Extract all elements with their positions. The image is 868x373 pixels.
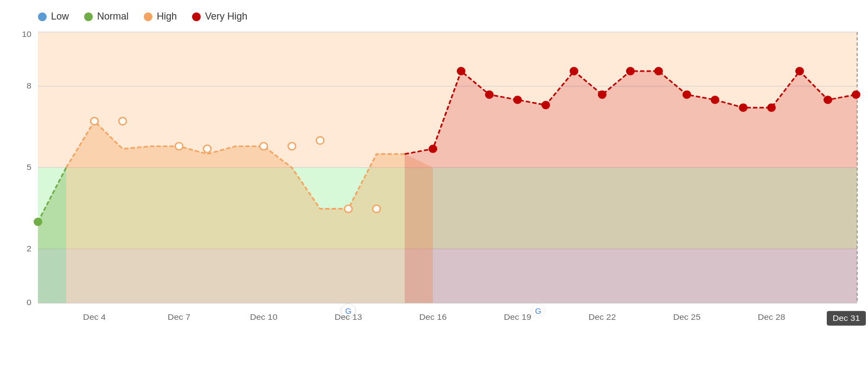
legend-dot-normal — [84, 12, 93, 21]
point-r11 — [711, 96, 719, 103]
x-label-dec13: Dec 13 — [335, 312, 362, 321]
point-dec12 — [316, 137, 324, 144]
x-label-dec19: Dec 19 — [504, 312, 532, 321]
point-dec13a — [344, 205, 352, 212]
legend-dot-low — [38, 12, 47, 21]
point-r6 — [570, 67, 578, 74]
point-r12 — [739, 104, 747, 111]
x-label-dec7: Dec 7 — [168, 312, 190, 321]
y-label-8: 8 — [27, 81, 31, 90]
legend-label-low: Low — [51, 11, 69, 22]
y-label-2: 2 — [27, 244, 31, 253]
x-label-dec16: Dec 16 — [419, 312, 447, 321]
google-icon-dec19: G — [531, 304, 545, 317]
point-dec13b — [373, 205, 380, 212]
y-label-10: 10 — [22, 29, 31, 39]
red-area-fill — [405, 71, 857, 303]
point-r1 — [429, 145, 437, 152]
x-label-dec25: Dec 25 — [673, 312, 701, 321]
point-r7 — [598, 91, 606, 98]
x-label-dec22: Dec 22 — [589, 312, 616, 321]
legend-label-normal: Normal — [97, 11, 129, 22]
legend-label-very-high: Very High — [205, 11, 247, 22]
x-label-dec4: Dec 4 — [83, 312, 106, 321]
legend-item-very-high: Very High — [192, 11, 247, 22]
point-dec5 — [119, 117, 126, 124]
legend-label-high: High — [157, 11, 177, 22]
point-r2 — [457, 67, 465, 74]
point-dec10 — [260, 143, 267, 150]
point-r3 — [486, 91, 493, 98]
point-r14 — [796, 67, 803, 74]
legend-dot-high — [144, 12, 152, 21]
point-dec11 — [288, 143, 296, 150]
x-label-dec10: Dec 10 — [250, 312, 278, 321]
point-r10 — [683, 91, 691, 98]
chart-area: 10 8 5 2 0 — [38, 32, 857, 334]
point-dec2 — [34, 218, 42, 225]
point-dec4 — [91, 117, 98, 124]
point-r16 — [852, 91, 860, 98]
chart-legend: Low Normal High Very High — [38, 11, 857, 22]
point-r15 — [824, 96, 832, 103]
svg-text:G: G — [535, 307, 541, 315]
point-r9 — [655, 67, 662, 74]
y-label-5: 5 — [27, 162, 31, 172]
point-r5 — [542, 102, 550, 109]
chart-container: Low Normal High Very High — [0, 0, 868, 373]
point-r4 — [514, 96, 521, 103]
legend-dot-very-high — [192, 12, 201, 21]
point-r13 — [768, 104, 775, 111]
legend-item-high: High — [144, 11, 177, 22]
point-dec8 — [203, 145, 211, 152]
legend-item-normal: Normal — [84, 11, 129, 22]
x-label-dec31: Dec 31 — [833, 313, 860, 323]
y-label-0: 0 — [27, 298, 31, 307]
chart-svg: 10 8 5 2 0 — [38, 32, 857, 334]
legend-item-low: Low — [38, 11, 69, 22]
point-r8 — [627, 67, 634, 74]
x-label-dec28: Dec 28 — [758, 312, 786, 321]
point-dec7 — [175, 143, 183, 150]
